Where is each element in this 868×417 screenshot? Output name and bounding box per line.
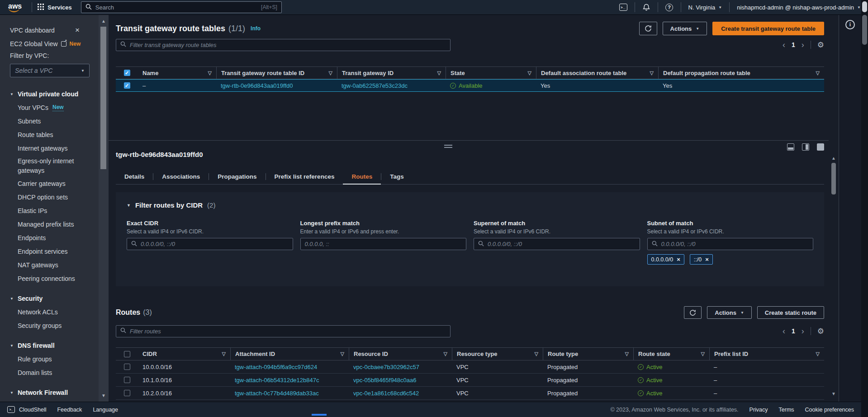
tab-tags[interactable]: Tags: [381, 169, 413, 185]
row-checkbox[interactable]: ✓: [124, 82, 130, 89]
language-link[interactable]: Language: [93, 407, 118, 413]
account-menu[interactable]: nishapmcd-admin @ nishap-aws-prod-admin …: [735, 4, 863, 11]
search-input[interactable]: [95, 4, 257, 11]
route-table-filter-input[interactable]: [130, 42, 446, 48]
panel-bottom-icon[interactable]: [787, 143, 794, 151]
resource-id-link[interactable]: vpc-05bf8465f948c0aa6: [353, 377, 417, 384]
sidebar-item-ec2-global-view[interactable]: EC2 Global View: [10, 40, 58, 47]
filter-icon[interactable]: ▽: [625, 351, 629, 357]
filter-icon[interactable]: ▽: [341, 351, 344, 357]
notifications-bell-icon[interactable]: [640, 1, 652, 13]
sidebar-item-internet-gateways[interactable]: Internet gateways: [10, 142, 92, 155]
page-number[interactable]: 1: [792, 41, 795, 48]
table-row[interactable]: 10.1.0.0/16 tgw-attach-06b54312de12b847c…: [116, 374, 824, 387]
routes-filter[interactable]: [116, 325, 451, 337]
longest-prefix-input[interactable]: [305, 241, 462, 247]
sidebar-item-carrier-gateways[interactable]: Carrier gateways: [10, 177, 92, 190]
help-icon[interactable]: ?: [664, 1, 675, 13]
sidebar-item-domain-lists[interactable]: Domain lists: [10, 366, 92, 379]
tab-prefix-list-references[interactable]: Prefix list references: [266, 169, 343, 185]
section-virtual-private-cloud[interactable]: ▼ Virtual private cloud: [10, 87, 92, 101]
sidebar-item-managed-prefix-lists[interactable]: Managed prefix lists: [10, 218, 92, 231]
sidebar-item-elastic-ips[interactable]: Elastic IPs: [10, 204, 92, 218]
resource-id-link[interactable]: vpc-0cbaee7b302962c57: [353, 364, 419, 370]
preferences-gear-icon[interactable]: ⚙: [817, 327, 824, 336]
create-static-route-button[interactable]: Create static route: [757, 306, 824, 319]
sidebar-item-route-tables[interactable]: Route tables: [10, 128, 92, 142]
tab-associations[interactable]: Associations: [153, 169, 209, 185]
cookie-preferences-link[interactable]: Cookie preferences: [805, 407, 854, 413]
panel-full-icon[interactable]: [817, 143, 824, 151]
scrollbar-thumb[interactable]: [100, 27, 106, 169]
attachment-id-link[interactable]: tgw-attach-06b54312de12b847c: [235, 377, 319, 384]
routes-actions-button[interactable]: Actions ▼: [707, 306, 752, 319]
routes-filter-input[interactable]: [130, 328, 446, 335]
table-row[interactable]: 10.2.0.0/16 tgw-attach-0c77b4d489dab33ac…: [116, 387, 824, 400]
cloudshell-icon[interactable]: >_: [617, 1, 629, 13]
sidebar-item-peering-connections[interactable]: Peering connections: [10, 272, 92, 285]
row-checkbox[interactable]: [124, 377, 130, 383]
filter-icon[interactable]: ▽: [329, 70, 332, 76]
sidebar-item-endpoint-services[interactable]: Endpoint services: [10, 245, 92, 258]
select-all-checkbox[interactable]: ✓: [124, 70, 130, 76]
routes-refresh-button[interactable]: [684, 306, 702, 319]
subnet-input[interactable]: [661, 241, 809, 247]
scroll-up-icon[interactable]: ▲: [829, 156, 839, 161]
section-security[interactable]: ▼ Security: [10, 292, 92, 305]
filter-icon[interactable]: ▽: [816, 70, 820, 76]
resource-id-link[interactable]: vpc-0e1a861c68cd6c542: [353, 390, 419, 397]
scroll-up-icon[interactable]: ▲: [99, 19, 109, 24]
subnet-input-box[interactable]: [647, 238, 814, 250]
cloudshell-button[interactable]: >_ CloudShell: [7, 406, 46, 413]
previous-page-icon[interactable]: ‹: [783, 327, 785, 335]
page-scrollbar[interactable]: [861, 0, 868, 417]
transit-gateway-id-link[interactable]: tgw-0ab622587e53c23dc: [342, 82, 408, 89]
filter-icon[interactable]: ▽: [650, 70, 654, 76]
preferences-gear-icon[interactable]: ⚙: [817, 40, 824, 50]
filter-icon[interactable]: ▽: [528, 70, 531, 76]
remove-token-icon[interactable]: ×: [677, 256, 680, 263]
longest-prefix-input-box[interactable]: [300, 238, 467, 250]
global-search[interactable]: [Alt+S]: [81, 1, 282, 13]
vpc-select[interactable]: Select a VPC ▼: [10, 64, 90, 77]
sidebar-item-your-vpcs[interactable]: Your VPCs New: [10, 101, 92, 114]
create-transit-gateway-route-table-button[interactable]: Create transit gateway route table: [712, 22, 824, 35]
next-page-icon[interactable]: ›: [802, 41, 804, 49]
remove-token-icon[interactable]: ×: [705, 256, 709, 263]
attachment-id-link[interactable]: tgw-attach-094b5f6a9cc97d624: [235, 364, 317, 370]
filter-icon[interactable]: ▽: [816, 351, 820, 357]
row-checkbox[interactable]: [124, 364, 130, 370]
services-menu-button[interactable]: Services: [38, 4, 72, 11]
select-all-checkbox[interactable]: [124, 351, 130, 357]
exact-cidr-input[interactable]: [141, 241, 289, 247]
split-panel-drag-handle[interactable]: [444, 145, 452, 148]
scroll-down-icon[interactable]: ▼: [99, 393, 109, 398]
sidebar-item-subnets[interactable]: Subnets: [10, 114, 92, 128]
filter-icon[interactable]: ▽: [535, 351, 538, 357]
row-checkbox[interactable]: [124, 390, 130, 396]
sidebar-scrollbar[interactable]: ▲ ▼: [99, 15, 109, 402]
sidebar-item-rule-groups[interactable]: Rule groups: [10, 352, 92, 366]
section-dns-firewall[interactable]: ▼ DNS firewall: [10, 339, 92, 352]
next-page-icon[interactable]: ›: [802, 327, 804, 335]
privacy-link[interactable]: Privacy: [749, 407, 768, 413]
scroll-down-icon[interactable]: ▼: [829, 391, 839, 396]
info-link[interactable]: Info: [251, 25, 261, 32]
section-network-firewall[interactable]: ▼ Network Firewall: [10, 386, 92, 399]
region-selector[interactable]: N. Virginia ▼: [687, 4, 724, 11]
sidebar-item-network-acls[interactable]: Network ACLs: [10, 305, 92, 319]
cidr-section-header[interactable]: ▼ Filter routes by CIDR (2): [127, 201, 813, 209]
sidebar-item-dhcp-option-sets[interactable]: DHCP option sets: [10, 190, 92, 204]
panel-side-icon[interactable]: [802, 143, 809, 151]
tab-propagations[interactable]: Propagations: [209, 169, 265, 185]
aws-logo[interactable]: aws: [5, 2, 26, 12]
feedback-link[interactable]: Feedback: [57, 407, 82, 413]
previous-page-icon[interactable]: ‹: [783, 41, 785, 49]
tab-routes[interactable]: Routes: [343, 169, 381, 185]
sidebar-item-security-groups[interactable]: Security groups: [10, 319, 92, 332]
sidebar-item-endpoints[interactable]: Endpoints: [10, 231, 92, 245]
supernet-input-box[interactable]: [474, 238, 640, 250]
filter-icon[interactable]: ▽: [701, 351, 705, 357]
terms-link[interactable]: Terms: [779, 407, 794, 413]
filter-icon[interactable]: ▽: [208, 70, 212, 76]
